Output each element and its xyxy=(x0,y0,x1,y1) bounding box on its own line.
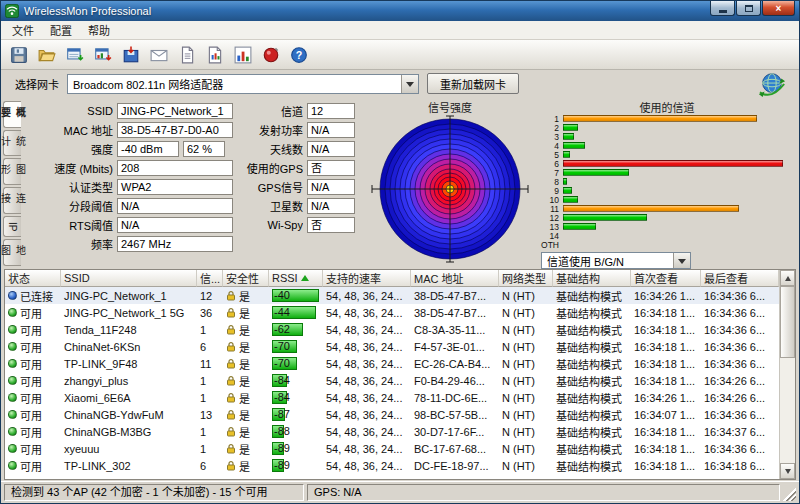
cell-status: 可用 xyxy=(5,321,61,338)
field-label: 认证类型 xyxy=(25,179,113,195)
lock-icon xyxy=(226,392,236,403)
cell-channel: 6 xyxy=(197,457,223,474)
resize-grip[interactable] xyxy=(783,488,796,501)
cell-net-type: N (HT) xyxy=(499,372,553,389)
minimize-button[interactable] xyxy=(710,1,735,16)
field-value: N/A xyxy=(117,217,233,233)
summary-field-0: SSIDJING-PC_Network_1 xyxy=(25,102,239,119)
field-value: 62 % xyxy=(183,141,225,157)
title-bar[interactable]: WirelessMon Professional × xyxy=(1,1,799,21)
column-header-security[interactable]: 安全性 xyxy=(223,270,269,287)
app-icon xyxy=(5,4,19,18)
cell-last-seen: 16:34:36 6... xyxy=(701,355,779,372)
chart-button[interactable] xyxy=(230,42,256,67)
ap-row[interactable]: 已连接JING-PC_Network_112是-4054, 48, 36, 24… xyxy=(5,287,779,304)
tab-map[interactable]: 地图 xyxy=(3,239,21,266)
cell-security: 是 xyxy=(223,321,269,338)
cell-first-seen: 16:34:18 1... xyxy=(631,423,701,440)
ap-row[interactable]: 可用Tenda_11F2481是-6254, 48, 36, 24...C8-3… xyxy=(5,321,779,338)
gps-icon xyxy=(262,46,280,64)
column-header-first-seen[interactable]: 首次查看 xyxy=(631,270,701,287)
rssi-value: -89 xyxy=(272,459,290,471)
adapter-row: 选择网卡 Broadcom 802.11n 网络适配器 重新加载网卡 xyxy=(1,70,799,97)
ap-row[interactable]: 可用xyeuuu1是-8954, 48, 36, 24...BC-17-67-6… xyxy=(5,440,779,457)
email-button[interactable] xyxy=(146,42,172,67)
rssi-value: -84 xyxy=(272,391,290,403)
column-header-mac[interactable]: MAC 地址 xyxy=(411,270,499,287)
summary-field-1: MAC 地址38-D5-47-B7-D0-A0 xyxy=(25,121,239,138)
vertical-scrollbar[interactable] xyxy=(779,270,795,479)
cell-rssi: -70 xyxy=(269,338,323,355)
adapter-select[interactable]: Broadcom 802.11n 网络适配器 xyxy=(67,74,419,94)
channel-mode-select[interactable]: 信道使用 B/G/N xyxy=(541,252,691,269)
tab-ip[interactable]: IP xyxy=(3,216,21,237)
column-header-net-type[interactable]: 网络类型 xyxy=(499,270,553,287)
wirelessmon-window: WirelessMon Professional × 文件配置帮助 ? 选择网卡… xyxy=(0,0,800,504)
column-header-infrastructure[interactable]: 基础结构 xyxy=(553,270,631,287)
summary-field-6: Wi-Spy否 xyxy=(243,216,361,233)
channel-row: 3 xyxy=(539,132,795,141)
scrollbar-track[interactable] xyxy=(780,286,795,463)
tab-graphs[interactable]: 图形 xyxy=(3,158,21,185)
ap-row[interactable]: 可用TP-LINK_9F4811是-7054, 48, 36, 24...EC-… xyxy=(5,355,779,372)
adapter-dropdown-button[interactable] xyxy=(401,75,418,93)
ap-row[interactable]: 可用ChinaNet-6KSn6是-7054, 48, 36, 24...F4-… xyxy=(5,338,779,355)
rssi-bar-wrap: -40 xyxy=(272,289,320,302)
close-button[interactable]: × xyxy=(762,1,795,16)
scroll-up-button[interactable] xyxy=(780,270,795,286)
window-controls: × xyxy=(710,1,795,16)
rssi-value: -89 xyxy=(272,442,290,454)
channel-row: 10 xyxy=(539,195,795,204)
ap-table: 状态SSID信...安全性RSSI支持的速率MAC 地址网络类型基础结构首次查看… xyxy=(4,269,796,480)
column-header-rssi[interactable]: RSSI xyxy=(269,270,323,287)
field-label: 使用的GPS xyxy=(243,160,303,176)
field-value: -40 dBm xyxy=(117,141,179,157)
column-header-last-seen[interactable]: 最后查看 xyxy=(701,270,779,287)
cell-rates: 54, 48, 36, 24... xyxy=(323,372,411,389)
tab-connect[interactable]: 连接 xyxy=(3,187,21,214)
channel-bar xyxy=(563,187,572,194)
maximize-button[interactable] xyxy=(736,1,761,16)
menu-item-help[interactable]: 帮助 xyxy=(80,21,118,39)
cell-channel: 6 xyxy=(197,338,223,355)
ap-row[interactable]: 可用JING-PC_Network_1 5G36是-4454, 48, 36, … xyxy=(5,304,779,321)
ap-row[interactable]: 可用zhangyi_plus1是-8454, 48, 36, 24...F0-B… xyxy=(5,372,779,389)
ap-row[interactable]: 可用TP-LINK_3026是-8954, 48, 36, 24...DC-FE… xyxy=(5,457,779,474)
reload-adapter-button[interactable]: 重新加载网卡 xyxy=(427,73,519,94)
cell-status: 可用 xyxy=(5,338,61,355)
column-header-ssid[interactable]: SSID xyxy=(61,270,197,287)
menu-item-file[interactable]: 文件 xyxy=(4,21,42,39)
ap-row[interactable]: 可用Xiaomi_6E6A1是-8454, 48, 36, 24...78-11… xyxy=(5,389,779,406)
export-button[interactable] xyxy=(118,42,144,67)
document-button[interactable] xyxy=(202,42,228,67)
help-button[interactable]: ? xyxy=(286,42,312,67)
menu-item-config[interactable]: 配置 xyxy=(42,21,80,39)
ap-row[interactable]: 可用ChinaNGB-YdwFuM13是-8754, 48, 36, 24...… xyxy=(5,406,779,423)
ap-row[interactable]: 可用ChinaNGB-M3BG1是-8854, 48, 36, 24...30-… xyxy=(5,423,779,440)
report-button[interactable] xyxy=(174,42,200,67)
export-icon xyxy=(122,46,140,64)
tab-statistics[interactable]: 统计 xyxy=(3,130,21,157)
column-header-rates[interactable]: 支持的速率 xyxy=(323,270,411,287)
field-value: 208 xyxy=(117,160,233,176)
column-header-channel[interactable]: 信... xyxy=(197,270,223,287)
channel-mode-dropdown-button[interactable] xyxy=(673,253,690,268)
open-icon xyxy=(38,46,56,64)
lock-icon xyxy=(226,460,236,471)
save-button[interactable] xyxy=(6,42,32,67)
cell-security: 是 xyxy=(223,372,269,389)
cell-net-type: N (HT) xyxy=(499,355,553,372)
open-button[interactable] xyxy=(34,42,60,67)
available-status-icon xyxy=(8,393,17,402)
cell-security: 是 xyxy=(223,406,269,423)
scroll-down-button[interactable] xyxy=(780,463,795,479)
summary-field-6: RTS阈值N/A xyxy=(25,216,239,233)
save-networks-button[interactable] xyxy=(62,42,88,67)
cell-mac: EC-26-CA-B4... xyxy=(411,355,499,372)
save-graph-button[interactable] xyxy=(90,42,116,67)
cell-last-seen: 16:34:36 6... xyxy=(701,287,779,304)
scrollbar-thumb[interactable] xyxy=(780,286,795,358)
gps-button[interactable] xyxy=(258,42,284,67)
column-header-status[interactable]: 状态 xyxy=(5,270,61,287)
tab-summary[interactable]: 概要 xyxy=(3,101,21,128)
